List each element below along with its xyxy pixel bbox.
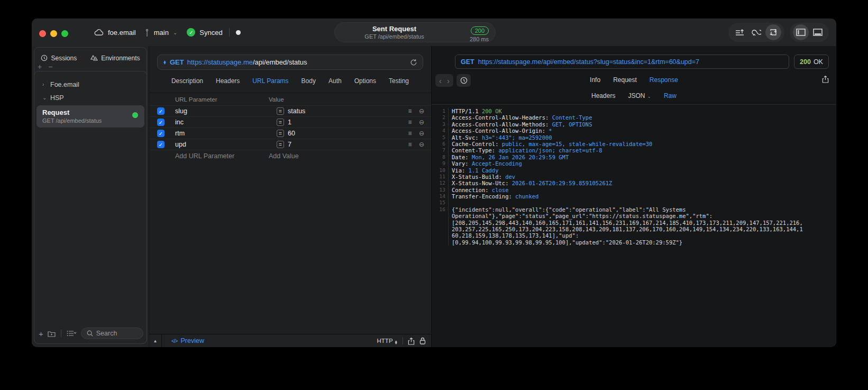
json-dropdown-chevron-icon[interactable]: ⌄ [647, 94, 651, 99]
request-url-path[interactable]: /api/embed/status [253, 58, 307, 66]
raw-response-line: 60,218,159,138,178,135,173,141],"upd": [432, 232, 836, 239]
tab-response[interactable]: Response [650, 76, 678, 84]
project-name[interactable]: foe.email [108, 29, 136, 37]
chevron-down-icon[interactable]: ⌄ [42, 95, 47, 101]
response-share-icon[interactable] [822, 75, 829, 83]
branch-name[interactable]: main [154, 29, 169, 37]
sort-list-icon[interactable] [67, 330, 77, 337]
session-dot-icon[interactable] [236, 30, 241, 35]
tab-environments[interactable]: Environments [90, 52, 140, 64]
branch-chevron-down-icon[interactable]: ⌄ [173, 30, 177, 35]
history-clock-icon[interactable] [456, 74, 471, 87]
param-remove-icon[interactable]: ⊖ [418, 107, 425, 115]
param-remove-icon[interactable]: ⊖ [418, 141, 425, 148]
param-name[interactable]: rtm [175, 130, 277, 137]
tab-raw[interactable]: Raw [664, 92, 677, 103]
dynamic-values-icon[interactable] [748, 24, 764, 40]
line-number [432, 220, 445, 226]
tab-headers[interactable]: Headers [591, 92, 615, 103]
add-value-placeholder[interactable]: Add Value [269, 152, 299, 160]
tab-json[interactable]: JSON⌄ [628, 92, 651, 103]
param-value[interactable]: 1 [288, 119, 406, 126]
preview-button[interactable]: </> Preview [171, 337, 204, 344]
line-content: X-Status-Now-Utc: 2026-01-26T20:29:59.85… [449, 180, 612, 186]
param-options-icon[interactable]: ≡ [406, 119, 414, 126]
tree-group-foe-email[interactable]: › Foe.email [34, 78, 147, 91]
tab-request[interactable]: Request [613, 76, 637, 84]
param-checkbox[interactable]: ✓ [157, 107, 165, 115]
tab-body[interactable]: Body [301, 77, 316, 88]
param-name[interactable]: upd [175, 141, 277, 148]
request-url-host[interactable]: https://statuspage.me [187, 58, 253, 66]
raw-response-line: 10Via: 1.1 Caddy [432, 167, 836, 174]
raw-response-line: 15 [432, 199, 836, 206]
line-number: 14 [432, 193, 445, 199]
param-remove-icon[interactable]: ⊖ [418, 119, 425, 126]
share-icon[interactable] [408, 337, 415, 345]
param-checkbox[interactable]: ✓ [157, 119, 165, 126]
add-request-button[interactable]: + [39, 329, 43, 338]
resend-request-icon[interactable] [410, 59, 417, 66]
param-options-icon[interactable]: ≡ [406, 107, 414, 115]
tab-headers[interactable]: Headers [216, 77, 240, 88]
tab-description[interactable]: Description [171, 77, 203, 88]
param-options-icon[interactable]: ≡ [406, 130, 414, 137]
remove-session-button[interactable]: − [48, 64, 52, 71]
param-options-icon[interactable]: ≡ [406, 141, 414, 148]
param-value[interactable]: 7 [288, 141, 406, 148]
left-sidebar-toggle-icon[interactable] [793, 24, 809, 40]
close-window-button[interactable] [39, 30, 46, 37]
titlebar: foe.email main ⌄ ✓ Synced Sent Request G… [32, 19, 836, 46]
param-remove-icon[interactable]: ⊖ [418, 130, 425, 137]
bottom-panel-toggle-icon[interactable] [810, 24, 826, 40]
tab-options[interactable]: Options [354, 77, 376, 88]
param-checkbox[interactable]: ✓ [157, 130, 165, 137]
zoom-window-button[interactable] [61, 30, 68, 37]
param-checkbox[interactable]: ✓ [157, 141, 165, 148]
sent-request-pill[interactable]: Sent Request GET /api/embed/status 200 2… [334, 22, 496, 42]
line-content: {"incidents":null,"overall":{"code":"ope… [449, 206, 686, 213]
request-panel: ▲▼ GET https://statuspage.me/api/embed/s… [149, 46, 432, 347]
tab-sessions[interactable]: Sessions [41, 52, 77, 64]
response-url-box[interactable]: GET https://statuspage.me/api/embed/stat… [455, 55, 789, 69]
param-value[interactable]: 60 [288, 130, 406, 137]
param-name[interactable]: inc [175, 119, 277, 126]
line-number: 1 [432, 108, 445, 114]
collapse-sidebar-button[interactable]: ▲ [149, 334, 162, 347]
send-receive-panel-icon[interactable] [765, 24, 781, 40]
request-list-item-selected[interactable]: Request GET /api/embed/status [36, 105, 144, 128]
sort-requests-icon[interactable] [732, 24, 747, 40]
request-item-title: Request [42, 108, 139, 116]
lock-icon[interactable] [419, 337, 426, 344]
method-stepper-icon[interactable]: ▲▼ [163, 60, 167, 65]
search-input[interactable]: Search [81, 328, 143, 339]
new-folder-icon[interactable] [48, 330, 56, 337]
sync-status[interactable]: Synced [199, 29, 222, 37]
tab-url-params[interactable]: URL Params [252, 77, 288, 88]
param-row-inc[interactable]: ✓inc=1≡⊖ [149, 116, 431, 128]
line-number: 15 [432, 199, 445, 206]
tab-testing[interactable]: Testing [389, 77, 409, 88]
param-value[interactable]: status [288, 107, 406, 115]
tab-sessions-label: Sessions [51, 55, 77, 62]
chevron-right-icon[interactable]: › [42, 81, 47, 87]
add-session-button[interactable]: + [38, 64, 42, 71]
param-name[interactable]: slug [175, 107, 277, 115]
back-button[interactable]: ‹ [439, 76, 442, 85]
param-row-upd[interactable]: ✓upd=7≡⊖ [149, 139, 431, 150]
request-method[interactable]: GET [170, 58, 184, 66]
add-url-parameter-placeholder[interactable]: Add URL Parameter [149, 152, 269, 160]
protocol-select[interactable]: HTTP ▲▼ [377, 338, 398, 344]
param-row-slug[interactable]: ✓slug=status≡⊖ [149, 105, 431, 116]
add-param-row[interactable]: Add URL Parameter Add Value [149, 150, 431, 162]
request-url-bar[interactable]: ▲▼ GET https://statuspage.me/api/embed/s… [157, 55, 423, 70]
line-content [449, 199, 452, 206]
response-raw-view[interactable]: 1HTTP/1.1 200 OK2Access-Control-Allow-He… [432, 104, 836, 246]
tab-info[interactable]: Info [590, 76, 600, 84]
minimize-window-button[interactable] [50, 30, 57, 37]
tab-auth[interactable]: Auth [328, 77, 342, 88]
line-content: Operational"},"page":"status","page_url"… [449, 213, 712, 219]
param-row-rtm[interactable]: ✓rtm=60≡⊖ [149, 128, 431, 139]
tree-group-hsp[interactable]: ⌄ HSP [34, 91, 147, 104]
forward-button[interactable]: › [447, 76, 450, 85]
